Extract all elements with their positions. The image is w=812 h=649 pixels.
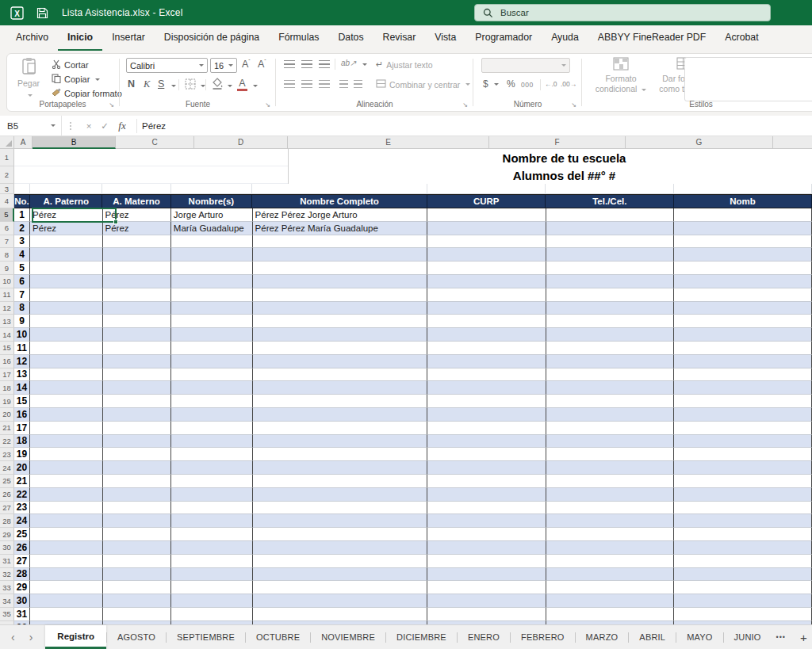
cell[interactable] [30,235,102,249]
cell[interactable] [103,435,171,449]
cell[interactable] [546,528,675,541]
cell[interactable]: Pérez [30,208,102,222]
cell[interactable]: 8 [14,302,30,315]
orientation-chevron-icon[interactable] [362,63,367,66]
row-header-31[interactable]: 31 [0,555,14,568]
sheet-tab-marzo[interactable]: MARZO [576,625,629,649]
cell[interactable] [253,248,428,262]
align-left-icon[interactable] [284,80,295,88]
cell[interactable] [546,275,675,288]
cell[interactable] [171,594,253,608]
row-header-19[interactable]: 19 [0,395,14,408]
cell[interactable]: 15 [14,395,30,408]
cell[interactable] [171,435,253,449]
cell[interactable]: María Guadalupe [171,222,253,235]
row-header-35[interactable]: 35 [0,608,14,621]
cell[interactable] [546,408,675,422]
cell[interactable] [546,381,675,395]
cell[interactable] [546,208,675,222]
cell[interactable] [103,461,171,475]
row-header-13[interactable]: 13 [0,315,14,328]
cell[interactable] [674,342,812,355]
cell[interactable]: 27 [14,555,30,568]
font-color-button[interactable]: A [237,78,247,91]
menu-tab-abbyy-finereader-pdf[interactable]: ABBYY FineReader PDF [588,25,715,51]
cell[interactable]: 4 [14,248,30,262]
align-bottom-icon[interactable] [319,60,330,68]
number-format-combo[interactable] [481,58,570,73]
cell[interactable] [252,184,427,194]
cell[interactable] [253,488,428,502]
align-middle-icon[interactable] [301,60,312,68]
menu-tab-programador[interactable]: Programador [465,25,542,51]
sheet-tab-febrero[interactable]: FEBRERO [511,625,575,649]
save-icon[interactable] [35,6,49,20]
cell[interactable] [674,222,812,235]
cell[interactable] [253,461,428,475]
cell[interactable] [674,502,812,515]
title-row-1[interactable]: Nombre de tu escuela [14,149,812,166]
fill-color-chevron-icon[interactable] [228,85,232,87]
cell[interactable] [30,288,102,302]
menu-tab-inicio[interactable]: Inicio [58,25,102,51]
cell[interactable]: 1 [14,208,30,222]
cell[interactable] [427,555,546,568]
row-header-10[interactable]: 10 [0,275,14,288]
cell[interactable] [30,594,102,608]
cell[interactable] [253,422,428,435]
column-header-A[interactable]: A [14,136,33,149]
cell[interactable] [674,528,812,541]
cell[interactable] [30,184,102,194]
table-header-cell[interactable]: A. Paterno [30,195,102,208]
cell[interactable] [427,488,546,502]
cell[interactable] [30,608,102,621]
cell-styles-gallery[interactable] [684,57,812,101]
cell[interactable] [103,381,171,395]
cell[interactable] [253,435,428,449]
column-header-E[interactable]: E [288,136,489,149]
cell[interactable] [103,342,171,355]
cell[interactable] [30,328,102,342]
cell[interactable] [674,275,812,288]
increase-decimal-icon[interactable]: ←.0 [545,80,557,88]
cell[interactable] [427,422,546,435]
cell[interactable] [674,461,812,475]
cell[interactable]: 30 [14,594,30,608]
conditional-formatting-button[interactable]: Formato condicional [593,57,649,94]
cell[interactable] [171,395,253,408]
row-header-27[interactable]: 27 [0,502,14,515]
format-painter-button[interactable]: Copiar formato [52,88,122,99]
sheet-tab-octubre[interactable]: OCTUBRE [246,625,310,649]
table-header-cell[interactable]: Nomb [674,195,812,208]
cell[interactable] [103,422,171,435]
cell[interactable]: 20 [14,461,30,475]
cell[interactable] [171,608,253,621]
font-color-chevron-icon[interactable] [253,85,258,87]
increase-indent-icon[interactable] [354,80,362,88]
column-header-F[interactable]: F [489,136,626,149]
cell[interactable] [427,368,546,382]
cell[interactable] [253,448,428,461]
cell[interactable] [427,541,546,555]
cell[interactable] [546,475,675,488]
menu-tab-ayuda[interactable]: Ayuda [542,25,588,51]
cell[interactable] [171,568,253,582]
cell[interactable] [30,302,102,315]
cell[interactable] [171,502,253,515]
cell[interactable] [171,555,253,568]
menu-tab-vista[interactable]: Vista [425,25,465,51]
cell[interactable]: 12 [14,355,30,368]
cell[interactable] [427,208,546,222]
cell[interactable] [171,235,253,249]
cell[interactable] [171,461,253,475]
cell[interactable] [171,288,253,302]
formula-bar-handle[interactable] [65,122,76,130]
cell[interactable] [30,514,102,528]
cell[interactable] [253,275,428,288]
school-subtitle[interactable]: Alumnos del ##° # [288,166,812,184]
cell[interactable] [546,608,675,621]
cell[interactable] [103,568,171,582]
column-header-H[interactable]: H [773,136,812,149]
wrap-text-button[interactable]: ↵ Ajustar texto [376,59,433,70]
table-header-cell[interactable]: Tel./Cel. [546,195,674,208]
